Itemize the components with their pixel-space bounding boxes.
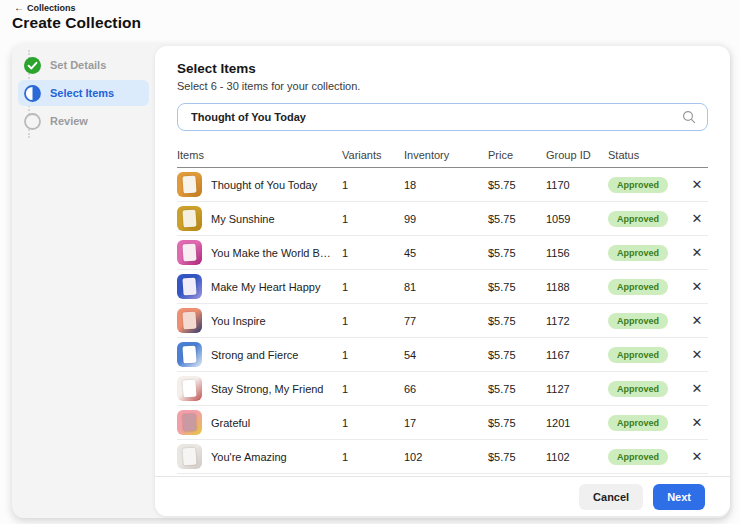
item-variants: 1	[342, 179, 404, 191]
item-thumbnail	[177, 206, 202, 231]
stepper-step-select-items[interactable]: Select Items	[18, 80, 149, 106]
item-variants: 1	[342, 383, 404, 395]
item-variants: 1	[342, 281, 404, 293]
thumbnail-card-art	[182, 448, 196, 466]
next-button[interactable]: Next	[653, 484, 705, 510]
item-thumbnail	[177, 308, 202, 333]
item-inventory: 54	[404, 349, 488, 361]
table-row: Strong and Fierce 1 54 $5.75 1167 Approv…	[177, 338, 708, 372]
table-row: Stay Strong, My Friend 1 66 $5.75 1127 A…	[177, 372, 708, 406]
item-group-id: 1156	[546, 247, 608, 259]
thumbnail-card-art	[182, 210, 196, 228]
item-name: Thought of You Today	[211, 179, 323, 191]
half-circle-icon	[24, 85, 41, 102]
item-variants: 1	[342, 247, 404, 259]
item-name: Strong and Fierce	[211, 349, 304, 361]
step-label: Review	[50, 115, 88, 127]
table-row: You're Amazing 1 102 $5.75 1102 Approved…	[177, 440, 708, 474]
column-header-variants: Variants	[342, 149, 404, 161]
column-header-price: Price	[488, 149, 546, 161]
item-thumbnail	[177, 376, 202, 401]
status-badge: Approved	[608, 381, 668, 397]
item-group-id: 1201	[546, 417, 608, 429]
column-header-inventory: Inventory	[404, 149, 488, 161]
create-collection-card: Set Details Select Items Review Select I…	[12, 44, 730, 518]
item-inventory: 77	[404, 315, 488, 327]
item-price: $5.75	[488, 315, 546, 327]
item-thumbnail	[177, 444, 202, 469]
remove-item-button[interactable]: ✕	[686, 414, 708, 431]
item-inventory: 45	[404, 247, 488, 259]
item-name: You Inspire	[211, 315, 272, 327]
item-group-id: 1059	[546, 213, 608, 225]
remove-item-button[interactable]: ✕	[686, 380, 708, 397]
stepper-sidebar: Set Details Select Items Review	[12, 44, 155, 518]
item-price: $5.75	[488, 213, 546, 225]
table-header: Items Variants Inventory Price Group ID …	[177, 146, 708, 168]
item-thumbnail	[177, 240, 202, 265]
item-inventory: 102	[404, 451, 488, 463]
panel-heading: Select Items	[177, 61, 708, 76]
remove-item-button[interactable]: ✕	[686, 346, 708, 363]
table-row: Make My Heart Happy 1 81 $5.75 1188 Appr…	[177, 270, 708, 304]
item-inventory: 66	[404, 383, 488, 395]
table-row: My Sunshine 1 99 $5.75 1059 Approved ✕	[177, 202, 708, 236]
item-group-id: 1170	[546, 179, 608, 191]
thumbnail-card-art	[182, 414, 196, 432]
item-group-id: 1172	[546, 315, 608, 327]
table-row: Thought of You Today 1 18 $5.75 1170 App…	[177, 168, 708, 202]
status-badge: Approved	[608, 177, 668, 193]
remove-item-button[interactable]: ✕	[686, 176, 708, 193]
stepper-step-set-details[interactable]: Set Details	[18, 52, 149, 78]
breadcrumb-label: Collections	[27, 3, 76, 13]
back-arrow-icon: ←	[14, 3, 24, 13]
item-group-id: 1167	[546, 349, 608, 361]
item-group-id: 1127	[546, 383, 608, 395]
item-thumbnail	[177, 172, 202, 197]
thumbnail-card-art	[182, 380, 196, 398]
item-name: You Make the World Bea...	[211, 247, 342, 259]
remove-item-button[interactable]: ✕	[686, 448, 708, 465]
step-label: Set Details	[50, 59, 106, 71]
table-row: You Inspire 1 77 $5.75 1172 Approved ✕	[177, 304, 708, 338]
status-badge: Approved	[608, 279, 668, 295]
item-variants: 1	[342, 417, 404, 429]
item-variants: 1	[342, 349, 404, 361]
status-badge: Approved	[608, 313, 668, 329]
status-badge: Approved	[608, 415, 668, 431]
thumbnail-card-art	[182, 244, 196, 262]
item-inventory: 17	[404, 417, 488, 429]
item-thumbnail	[177, 274, 202, 299]
item-group-id: 1102	[546, 451, 608, 463]
remove-item-button[interactable]: ✕	[686, 278, 708, 295]
panel-footer: Cancel Next	[155, 476, 730, 516]
status-badge: Approved	[608, 347, 668, 363]
select-items-panel: Select Items Select 6 - 30 items for you…	[155, 46, 730, 516]
item-inventory: 18	[404, 179, 488, 191]
column-header-group-id: Group ID	[546, 149, 608, 161]
item-price: $5.75	[488, 417, 546, 429]
item-thumbnail	[177, 410, 202, 435]
item-inventory: 81	[404, 281, 488, 293]
item-price: $5.75	[488, 281, 546, 293]
check-circle-icon	[24, 57, 41, 74]
step-label: Select Items	[50, 87, 114, 99]
item-name: Stay Strong, My Friend	[211, 383, 330, 395]
stepper-step-review[interactable]: Review	[18, 108, 149, 134]
item-price: $5.75	[488, 451, 546, 463]
item-name: My Sunshine	[211, 213, 281, 225]
remove-item-button[interactable]: ✕	[686, 312, 708, 329]
status-badge: Approved	[608, 449, 668, 465]
item-price: $5.75	[488, 179, 546, 191]
item-thumbnail	[177, 342, 202, 367]
remove-item-button[interactable]: ✕	[686, 244, 708, 261]
breadcrumb[interactable]: ← Collections	[14, 3, 76, 13]
cancel-button[interactable]: Cancel	[579, 484, 643, 510]
status-badge: Approved	[608, 245, 668, 261]
item-name: You're Amazing	[211, 451, 293, 463]
remove-item-button[interactable]: ✕	[686, 210, 708, 227]
thumbnail-card-art	[182, 346, 196, 364]
thumbnail-card-art	[182, 176, 196, 194]
item-name: Make My Heart Happy	[211, 281, 326, 293]
search-input[interactable]	[177, 103, 708, 131]
